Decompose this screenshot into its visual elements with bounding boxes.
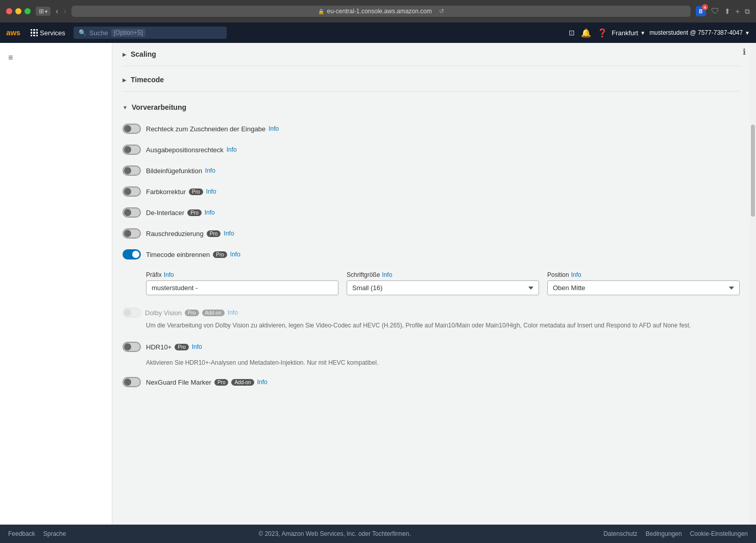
windows-icon[interactable]: ⧉ — [745, 7, 750, 16]
farb-info[interactable]: Info — [206, 188, 216, 195]
aws-logo[interactable]: aws — [6, 28, 22, 38]
nexguard-row: NexGuard File Marker Pro Add-on Info — [123, 372, 740, 392]
url-bar[interactable]: 🔒 eu-central-1.console.aws.amazon.com ↺ — [71, 6, 691, 17]
scrollbar-thumb[interactable] — [751, 125, 755, 217]
services-button[interactable]: Services — [27, 27, 69, 39]
nexguard-knob — [124, 379, 131, 386]
rausch-info[interactable]: Info — [224, 230, 234, 237]
rechteck-info[interactable]: Info — [269, 125, 279, 132]
search-shortcut: [Option+S] — [111, 29, 145, 37]
bild-label: Bildeinfügefunktion Info — [146, 167, 740, 175]
timecode-einbrennen-knob — [132, 251, 139, 258]
rechteck-row: Rechteck zum Zuschneiden der Eingabe Inf… — [123, 119, 740, 139]
terminal-icon[interactable]: ⊡ — [569, 29, 575, 37]
ausgabe-toggle[interactable] — [123, 145, 141, 155]
rausch-toggle[interactable] — [123, 228, 141, 239]
deinterlacer-info[interactable]: Info — [205, 209, 215, 216]
back-button[interactable]: ‹ — [56, 7, 58, 16]
nexguard-info[interactable]: Info — [257, 379, 267, 386]
forward-button[interactable]: › — [63, 7, 66, 16]
rechteck-knob — [124, 125, 131, 132]
deinterlacer-pro-badge: Pro — [187, 209, 202, 216]
timecode-einbrennen-toggle[interactable] — [123, 249, 141, 259]
help-icon[interactable]: ❓ — [597, 28, 607, 38]
farb-toggle[interactable] — [123, 186, 141, 197]
hdr10-info[interactable]: Info — [192, 343, 202, 350]
main-layout: ≡ ℹ ▶ Scaling ▶ Timecode ▼ — [0, 43, 756, 525]
nexguard-toggle[interactable] — [123, 377, 141, 387]
vertical-scrollbar[interactable] — [750, 43, 756, 525]
region-label: Frankfurt — [612, 29, 638, 37]
datenschutz-link[interactable]: Datenschutz — [603, 530, 638, 537]
position-field: Position Info Oben Mitte Oben Links Oben… — [547, 271, 740, 295]
scaling-section-header[interactable]: ▶ Scaling — [123, 43, 740, 66]
vorverarbeitung-title: Vorverarbeitung — [132, 103, 186, 111]
close-button[interactable] — [6, 8, 12, 14]
deinterlacer-toggle[interactable] — [123, 207, 141, 218]
position-select[interactable]: Oben Mitte Oben Links Oben Rechts Unten … — [547, 280, 740, 295]
scaling-chevron-icon: ▶ — [123, 52, 127, 57]
schriftgroesse-info[interactable]: Info — [382, 271, 392, 278]
timecode-divider — [123, 91, 740, 92]
bild-row: Bildeinfügefunktion Info — [123, 160, 740, 181]
deinterlacer-row: De-Interlacer Pro Info — [123, 202, 740, 223]
bitwarden-badge: 4 — [702, 4, 708, 10]
farb-label: Farbkorrektur Pro Info — [146, 188, 740, 196]
ausgabe-info[interactable]: Info — [227, 146, 237, 153]
maximize-button[interactable] — [25, 8, 31, 14]
dolby-info[interactable]: Info — [228, 309, 238, 316]
rausch-knob — [124, 230, 131, 237]
user-button[interactable]: musterstudent @ 7577-7387-4047 ▼ — [649, 29, 750, 36]
hdr10-toggle[interactable] — [123, 342, 141, 352]
footer-right: Datenschutz Bedingungen Cookie-Einstellu… — [603, 530, 748, 537]
bild-info[interactable]: Info — [205, 167, 215, 174]
language-link[interactable]: Sprache — [43, 530, 66, 537]
rechteck-toggle[interactable] — [123, 124, 141, 134]
farb-knob — [124, 188, 131, 195]
region-chevron: ▼ — [640, 30, 645, 36]
rechteck-label: Rechteck zum Zuschneiden der Eingabe Inf… — [146, 125, 740, 133]
lock-icon: 🔒 — [318, 9, 324, 14]
deinterlacer-label: De-Interlacer Pro Info — [146, 209, 740, 217]
hamburger-menu[interactable]: ≡ — [0, 49, 112, 66]
footer-left: Feedback Sprache — [8, 530, 66, 537]
praefix-info[interactable]: Info — [164, 271, 174, 278]
bild-toggle[interactable] — [123, 166, 141, 176]
shield-icon[interactable]: 🛡 — [711, 7, 719, 16]
nexguard-pro-badge: Pro — [214, 379, 229, 386]
new-tab-icon[interactable]: + — [736, 7, 740, 15]
grid-icon — [31, 29, 38, 36]
feedback-link[interactable]: Feedback — [8, 530, 35, 537]
cookie-link[interactable]: Cookie-Einstellungen — [690, 530, 748, 537]
svg-text:aws: aws — [6, 29, 20, 37]
left-sidebar: ≡ — [0, 43, 112, 525]
main-content[interactable]: ▶ Scaling ▶ Timecode ▼ Vorverarbeitung — [112, 43, 750, 525]
region-button[interactable]: Frankfurt ▼ — [612, 29, 645, 37]
info-top-right[interactable]: ℹ — [743, 47, 746, 57]
vorverarbeitung-header[interactable]: ▼ Vorverarbeitung — [123, 96, 740, 119]
hdr10-pro-badge: Pro — [175, 344, 189, 350]
position-info[interactable]: Info — [571, 271, 581, 278]
services-label: Services — [40, 29, 65, 37]
dolby-toggle[interactable] — [123, 308, 141, 318]
timecode-einbrennen-info[interactable]: Info — [230, 251, 240, 258]
timecode-chevron-icon: ▶ — [123, 77, 127, 83]
content-wrapper: ℹ ▶ Scaling ▶ Timecode ▼ Vorverarbeitung — [112, 43, 756, 525]
browser-chrome: ⊞ ▾ ‹ › 🔒 eu-central-1.console.aws.amazo… — [0, 0, 756, 22]
search-bar[interactable]: 🔍 Suche [Option+S] — [74, 27, 227, 39]
schriftgroesse-field: Schriftgröße Info Small (16) Medium (24)… — [347, 271, 539, 295]
traffic-lights — [6, 8, 31, 14]
user-label: musterstudent @ 7577-7387-4047 — [649, 29, 743, 36]
timecode-sub-fields: Präfix Info Schriftgröße Info — [123, 265, 740, 301]
bitwarden-icon[interactable]: B 4 — [696, 6, 706, 16]
praefix-input[interactable] — [146, 280, 338, 295]
minimize-button[interactable] — [15, 8, 21, 14]
bell-icon[interactable]: 🔔 — [581, 28, 591, 38]
schriftgroesse-select[interactable]: Small (16) Medium (24) Large (32) — [347, 280, 539, 295]
vorverarbeitung-chevron-icon: ▼ — [123, 105, 128, 110]
bedingungen-link[interactable]: Bedingungen — [646, 530, 682, 537]
share-icon[interactable]: ⬆ — [724, 7, 730, 15]
reload-icon[interactable]: ↺ — [439, 8, 444, 15]
sidebar-toggle-button[interactable]: ⊞ ▾ — [36, 7, 51, 16]
timecode-section-header[interactable]: ▶ Timecode — [123, 68, 740, 91]
